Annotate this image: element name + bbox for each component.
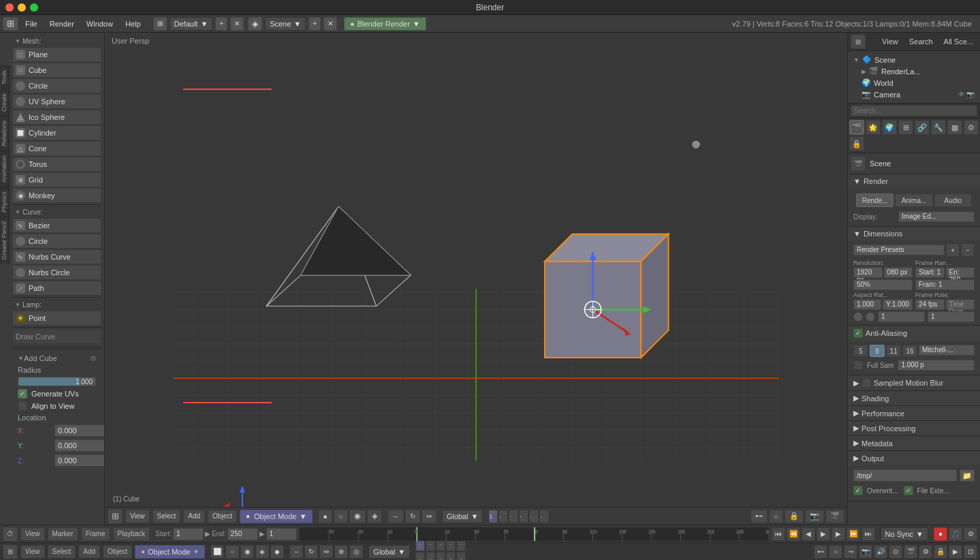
scene-icon-btn[interactable]: ◈ [248, 17, 262, 31]
align-to-view-checkbox[interactable] [18, 401, 27, 411]
status-extra-3[interactable]: ⊙ [889, 545, 902, 559]
file-exte-checkbox[interactable]: ✓ [904, 486, 913, 495]
props-tab-modifiers[interactable]: 🔧 [931, 120, 946, 135]
tool-plane[interactable]: □ Plane [12, 47, 101, 62]
aa-16[interactable]: 16 [902, 345, 917, 357]
frame-count-2[interactable]: 1 [928, 311, 975, 322]
current-frame-input[interactable] [266, 528, 297, 540]
motion-blur-header[interactable]: ▶ Sampled Motion Blur [848, 375, 980, 390]
tool-path[interactable]: ⟋ Path [12, 281, 101, 296]
play-prev-frame[interactable]: ◀ [802, 527, 815, 541]
menu-help[interactable]: Help [120, 18, 146, 29]
timeline-playback-btn[interactable]: Playback [113, 527, 151, 541]
status-extra-7[interactable]: ▶ [949, 545, 962, 559]
timeline-settings-btn[interactable]: ⚙ [964, 527, 977, 541]
scene-dropdown[interactable]: Scene ▼ [265, 17, 306, 31]
shading-props-header[interactable]: ▶ Shading [848, 391, 980, 405]
res-x[interactable]: 1920 px [853, 267, 883, 278]
tool-bezier[interactable]: ∿ Bezier [12, 218, 101, 233]
pivot-dropdown[interactable]: Global ▼ [442, 510, 484, 523]
viewport[interactable]: User Persp [105, 33, 847, 525]
output-header[interactable]: ▶ Output [848, 451, 980, 465]
close-button[interactable] [5, 3, 14, 12]
location-x-input[interactable] [54, 424, 105, 437]
search-btn[interactable]: Search [905, 36, 937, 47]
status-snap-btn[interactable]: ⊷ [814, 545, 827, 559]
post-processing-header[interactable]: ▶ Post Processing [848, 421, 980, 435]
status-transform-4[interactable]: ⊕ [334, 545, 348, 559]
layer-1[interactable]: 1 [488, 510, 498, 523]
tool-torus[interactable]: Torus [12, 157, 101, 172]
view-btn[interactable]: View [878, 36, 902, 47]
status-transform-5[interactable]: ◎ [349, 545, 363, 559]
performance-header[interactable]: ▶ Performance [848, 406, 980, 420]
layer-6[interactable]: · [539, 510, 549, 523]
tool-cube[interactable]: □ Cube [12, 63, 101, 78]
metadata-header[interactable]: ▶ Metadata [848, 436, 980, 450]
props-tab-constraints[interactable]: 🔗 [915, 120, 930, 135]
status-transform-3[interactable]: ⇔ [319, 545, 333, 559]
status-extra-6[interactable]: 🔒 [934, 545, 947, 559]
layer-2[interactable]: · [499, 510, 508, 523]
tool-uv-sphere[interactable]: UV Sphere [12, 94, 101, 109]
tool-circle[interactable]: Circle [12, 78, 101, 93]
layout-close-btn[interactable]: ✕ [230, 17, 244, 31]
output-path-input[interactable] [853, 469, 957, 482]
transform-rotate-btn[interactable]: ↻ [405, 510, 420, 523]
full-sam-val[interactable]: 1.000 p [898, 360, 975, 371]
generate-uvs-checkbox[interactable] [18, 389, 27, 399]
layer-btn-9[interactable]: · [446, 552, 456, 560]
end-frame-input[interactable] [227, 528, 258, 540]
frame-check-1[interactable] [853, 312, 863, 322]
vtab-grease-pencil[interactable]: Grease Pencil [0, 217, 9, 264]
lock-btn[interactable]: 🔒 [785, 510, 804, 523]
sync-dropdown[interactable]: No Sync ▼ [881, 527, 928, 541]
viewport-add-btn[interactable]: Add [183, 510, 205, 523]
scene-add-btn[interactable]: + [309, 17, 321, 31]
render-presets-remove[interactable]: − [961, 243, 975, 257]
aa-filter[interactable]: Mitchell-... [919, 345, 975, 356]
vtab-physics[interactable]: Physics [0, 187, 9, 217]
play-prev-keyframe[interactable]: ⏪ [787, 527, 800, 541]
res-y[interactable]: 080 px [884, 267, 913, 278]
tool-curve-circle[interactable]: Circle [12, 234, 101, 249]
radius-slider-row[interactable]: 1.000 [15, 375, 99, 388]
maximize-button[interactable] [30, 3, 38, 12]
aa-header[interactable]: ✓ Anti-Aliasing [848, 326, 980, 341]
timeline-mode-icon[interactable]: ⏱ [3, 527, 18, 542]
layout-add-btn[interactable]: + [215, 17, 227, 31]
start-frame-input[interactable] [173, 528, 204, 540]
render-properties-icon[interactable]: 🎬 [851, 156, 866, 171]
all-scenes-btn[interactable]: All Sce... [940, 36, 977, 47]
timeline-frame-btn[interactable]: Frame [81, 527, 110, 541]
render-btn-anim[interactable]: Anima... [895, 193, 932, 207]
snap-btn[interactable]: ⊷ [750, 510, 768, 523]
shading-solid-btn[interactable]: ● [318, 510, 332, 523]
camera-hide-icon[interactable]: 👁 [958, 91, 965, 98]
layer-btn-10[interactable]: · [456, 552, 466, 560]
tree-scene[interactable]: ▼ 🔷 Scene [851, 54, 977, 65]
vtab-tools[interactable]: Tools [0, 65, 9, 89]
status-transform-1[interactable]: ↔ [289, 545, 303, 559]
status-shade-4[interactable]: ◈ [255, 545, 269, 559]
scene-close-btn[interactable]: ✕ [323, 17, 337, 31]
status-add-btn[interactable]: Add [78, 545, 100, 559]
aa-8[interactable]: 8 [870, 345, 885, 357]
layer-5[interactable]: · [529, 510, 539, 523]
status-transform-2[interactable]: ↻ [304, 545, 318, 559]
align-to-view-row[interactable]: Align to View [15, 400, 99, 412]
status-object-btn[interactable]: Object [103, 545, 132, 559]
aa-11[interactable]: 11 [886, 345, 901, 357]
tool-nurbs-circle[interactable]: Nurbs Circle [12, 265, 101, 280]
props-tab-scene[interactable]: 🌟 [866, 120, 881, 135]
end-val[interactable]: En: 250 [946, 267, 975, 278]
layer-3[interactable]: · [509, 510, 518, 523]
tree-renderlayer[interactable]: ▶ 🎬 RenderLa... [851, 65, 977, 77]
frame-count-1[interactable]: 1 [878, 311, 925, 322]
viewport-canvas[interactable] [105, 33, 847, 525]
viewport-view-btn[interactable]: View [125, 510, 150, 523]
status-mode-dropdown[interactable]: ● Object Mode ▼ [135, 545, 205, 559]
screen-icon-btn[interactable]: ⊞ [3, 17, 18, 31]
layer-btn-6[interactable]: · [415, 552, 425, 560]
status-extra-2[interactable]: 🔊 [874, 545, 887, 559]
